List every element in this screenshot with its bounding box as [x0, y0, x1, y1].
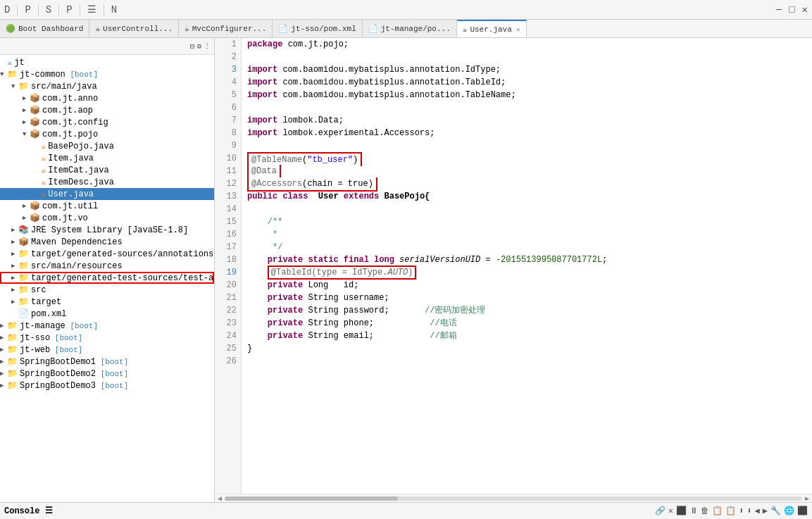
line-numbers: 1234567891011121314151617181920212223242… [215, 38, 242, 494]
line-number[interactable]: 14 [219, 203, 237, 215]
line-number[interactable]: 15 [219, 215, 237, 228]
console-stop-icon[interactable]: ⬛ [676, 506, 687, 516]
toolbar-d-icon[interactable]: D [3, 3, 11, 17]
tree-label: target/generated-sources/annotations [31, 249, 213, 259]
tree-item[interactable]: ▶📁target/generated-test-sources/test-ann… [0, 272, 214, 284]
tree-item[interactable]: ▶📁target [0, 296, 214, 308]
tree-more-icon[interactable]: ⋮ [204, 42, 211, 51]
tree-item[interactable]: ▶📁SpringBootDemo2 [boot] [0, 368, 214, 380]
tree-collapse-icon[interactable]: ⊟ [190, 42, 195, 51]
line-number[interactable]: 19 [219, 266, 237, 279]
line-number[interactable]: 17 [219, 241, 237, 254]
tree-label: com.jt.util [42, 201, 98, 211]
code-area[interactable]: 1234567891011121314151617181920212223242… [215, 38, 812, 494]
console-down-icon[interactable]: ⬇ [747, 506, 751, 516]
tree-item[interactable]: ☕ItemCat.java [0, 164, 214, 176]
console-copy-icon[interactable]: 📋 [712, 506, 723, 516]
tree-item[interactable]: ▶📚JRE System Library [JavaSE-1.8] [0, 224, 214, 236]
line-number[interactable]: 23 [219, 317, 237, 330]
tree-item[interactable]: ☕Item.java [0, 152, 214, 164]
line-number[interactable]: 5 [219, 89, 237, 101]
line-number[interactable]: 1 [219, 38, 237, 51]
line-number[interactable]: 7 [219, 114, 237, 127]
tree-item[interactable]: ▶📦com.jt.anno [0, 92, 214, 104]
line-number[interactable]: 16 [219, 228, 237, 241]
tab-boot-dashboard[interactable]: 🟢 Boot Dashboard [0, 20, 89, 37]
tree-item[interactable]: ▶📁SpringBootDemo1 [boot] [0, 356, 214, 368]
tree-item[interactable]: ☕User.java [0, 188, 214, 200]
line-number[interactable]: 11 [219, 165, 237, 177]
console-pin-icon[interactable]: ⬛ [797, 506, 808, 516]
tree-item[interactable]: ☕jt [0, 56, 214, 68]
tree-item[interactable]: ▶📁jt-manage [boot] [0, 320, 214, 332]
line-number[interactable]: 24 [219, 330, 237, 342]
tab-user-controller[interactable]: ☕ UserControll... [89, 20, 179, 37]
line-number[interactable]: 26 [219, 355, 237, 368]
line-number[interactable]: 4 [219, 76, 237, 89]
line-number[interactable]: 20 [219, 279, 237, 292]
console-up-icon[interactable]: ⬆ [739, 506, 744, 516]
toolbar-s-icon[interactable]: S [44, 3, 53, 17]
tree-item[interactable]: 📄pom.xml [0, 308, 214, 320]
tree-item[interactable]: ☕BasePojo.java [0, 140, 214, 152]
tree-item[interactable]: ▶📁src [0, 284, 214, 296]
line-number[interactable]: 12 [219, 177, 237, 190]
tree-item[interactable]: ▶📦com.jt.util [0, 200, 214, 212]
tab-user-java[interactable]: ☕ User.java ✕ [457, 20, 527, 37]
line-number[interactable]: 9 [219, 139, 237, 152]
line-number[interactable]: 21 [219, 292, 237, 304]
tree-item[interactable]: ▼📦com.jt.pojo [0, 128, 214, 140]
console-close-icon[interactable]: ✕ [668, 506, 673, 516]
tab-mvc-configurer[interactable]: ☕ MvcConfigurer... [179, 20, 273, 37]
console-prev-icon[interactable]: ◀ [755, 506, 760, 516]
line-number[interactable]: 25 [219, 342, 237, 355]
toolbar-maximize-icon[interactable]: □ [787, 3, 796, 17]
line-number[interactable]: 10 [219, 152, 237, 165]
code-content[interactable]: package com.jt.pojo; import com.baomidou… [242, 38, 812, 494]
scroll-right-icon[interactable]: ▶ [805, 494, 809, 503]
console-clear-icon[interactable]: 🗑 [701, 506, 709, 516]
tree-item[interactable]: ▶📦Maven Dependencies [0, 236, 214, 248]
console-next-icon[interactable]: ▶ [763, 506, 768, 516]
toolbar-p-icon[interactable]: P [23, 3, 32, 17]
boxed-annotation: @TableName("tb_user") [247, 152, 362, 166]
console-tab-label[interactable]: Console ☰ [4, 506, 53, 516]
tree-item[interactable]: ▼📁src/main/java [0, 80, 214, 92]
console-paste-icon[interactable]: 📋 [725, 506, 736, 516]
toolbar-n-icon[interactable]: N [110, 3, 118, 17]
tree-item[interactable]: ▼📁jt-common [boot] [0, 68, 214, 80]
tree-item[interactable]: ▶📦com.jt.config [0, 116, 214, 128]
editor-scrollbar[interactable]: ◀ ▶ [215, 494, 812, 502]
tree-item[interactable]: ▶📁SpringBootDemo3 [boot] [0, 380, 214, 392]
line-number[interactable]: 2 [219, 51, 237, 63]
tree-item[interactable]: ▶📦com.jt.vo [0, 212, 214, 224]
toolbar-minimize-icon[interactable]: ─ [775, 3, 783, 17]
toolbar-p2-icon[interactable]: P [65, 3, 73, 17]
tab-jt-manage-pom[interactable]: 📄 jt-manage/po... [363, 20, 457, 37]
tree-item[interactable]: ▶📁jt-sso [boot] [0, 332, 214, 344]
line-number[interactable]: 18 [219, 254, 237, 266]
toolbar-close-icon[interactable]: ✕ [801, 2, 809, 17]
tree-item[interactable]: ☕ItemDesc.java [0, 176, 214, 188]
line-number[interactable]: 6 [219, 101, 237, 114]
console-pause-icon[interactable]: ⏸ [689, 506, 698, 516]
tree-item[interactable]: ▶📦com.jt.aop [0, 104, 214, 116]
line-number[interactable]: 22 [219, 304, 237, 317]
console-settings-icon[interactable]: 🔧 [770, 506, 781, 516]
tab-user-java-close[interactable]: ✕ [516, 25, 520, 34]
tree-settings-icon[interactable]: ⚙ [196, 42, 201, 51]
tree-arrow: ▼ [0, 71, 7, 78]
tree-item[interactable]: ▶📁src/main/resources [0, 260, 214, 272]
tree-item[interactable]: ▶📁jt-web [boot] [0, 344, 214, 356]
tab-jt-sso-pom[interactable]: 📄 jt-sso/pom.xml [273, 20, 362, 37]
scroll-left-icon[interactable]: ◀ [218, 494, 222, 503]
toolbar-menu-icon[interactable]: ☰ [86, 2, 98, 17]
tree-item[interactable]: ▶📁target/generated-sources/annotations [0, 248, 214, 260]
tree-icon: ☕ [41, 189, 46, 199]
console-globe-icon[interactable]: 🌐 [784, 506, 794, 516]
console-link-icon[interactable]: 🔗 [655, 506, 666, 516]
line-number[interactable]: 3 [219, 63, 237, 76]
sep3 [58, 4, 59, 15]
line-number[interactable]: 8 [219, 127, 237, 139]
line-number[interactable]: 13 [219, 190, 237, 203]
